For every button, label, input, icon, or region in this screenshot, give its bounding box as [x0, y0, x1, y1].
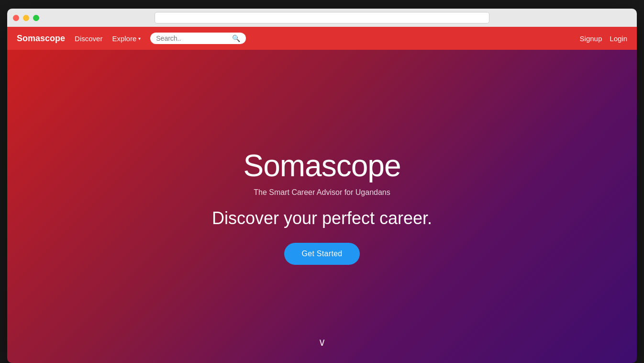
- scroll-down-icon[interactable]: ∨: [318, 336, 326, 349]
- hero-subtitle: The Smart Career Advisor for Ugandans: [254, 188, 390, 197]
- navbar: Somascope Discover Explore ▾ 🔍 Signup Lo…: [7, 27, 637, 50]
- nav-auth: Signup Login: [580, 34, 627, 43]
- signup-link[interactable]: Signup: [580, 34, 602, 43]
- search-input[interactable]: [156, 34, 229, 42]
- search-container: 🔍: [150, 33, 246, 44]
- url-bar[interactable]: [155, 12, 489, 23]
- hero-section: Somascope The Smart Career Advisor for U…: [7, 50, 637, 363]
- explore-label: Explore: [112, 34, 136, 43]
- explore-chevron-icon: ▾: [138, 36, 141, 41]
- get-started-button[interactable]: Get Started: [284, 243, 359, 265]
- search-icon[interactable]: 🔍: [232, 34, 240, 42]
- hero-tagline: Discover your perfect career.: [212, 208, 432, 228]
- maximize-button[interactable]: [33, 15, 39, 21]
- close-button[interactable]: [13, 15, 19, 21]
- nav-brand[interactable]: Somascope: [17, 34, 65, 44]
- nav-link-explore[interactable]: Explore ▾: [112, 34, 141, 43]
- hero-title: Somascope: [244, 148, 401, 183]
- browser-window: Somascope Discover Explore ▾ 🔍 Signup Lo…: [7, 9, 637, 363]
- minimize-button[interactable]: [23, 15, 29, 21]
- title-bar: [7, 9, 637, 27]
- login-link[interactable]: Login: [610, 34, 627, 43]
- nav-link-discover[interactable]: Discover: [75, 34, 102, 43]
